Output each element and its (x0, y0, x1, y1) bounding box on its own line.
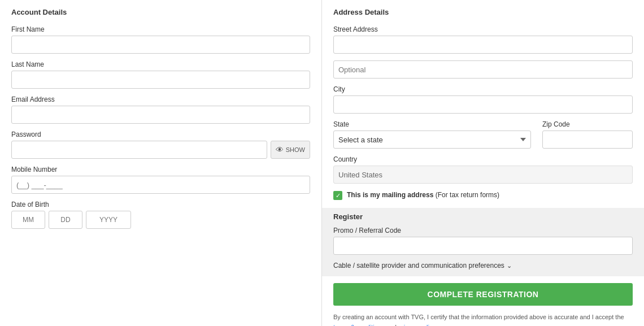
mailing-row: ✓ This is my mailing address (For tax re… (333, 190, 633, 200)
address-section-title: Address Details (333, 8, 633, 19)
mailing-normal-text: (For tax return forms) (433, 191, 499, 199)
mobile-label: Mobile Number (11, 166, 310, 173)
cable-preferences-row[interactable]: Cable / satellite provider and communica… (333, 262, 633, 270)
street-address-group: Street Address (333, 25, 633, 54)
first-name-input[interactable] (11, 36, 310, 54)
privacy-policy-link[interactable]: privacy policy (398, 324, 436, 326)
checkbox-check-icon: ✓ (336, 193, 341, 199)
mobile-group: Mobile Number (11, 166, 310, 194)
street-address2-input[interactable] (333, 60, 633, 79)
email-group: Email Address (11, 95, 310, 124)
register-section-title: Register (333, 212, 633, 221)
mailing-checkbox[interactable]: ✓ (333, 191, 342, 200)
dob-month-input[interactable] (11, 211, 45, 229)
zip-label: Zip Code (542, 120, 633, 128)
dob-label: Date of Birth (11, 201, 310, 208)
city-group: City (333, 85, 633, 114)
password-input[interactable] (11, 141, 267, 159)
state-zip-row: State Select a state Zip Code (333, 120, 633, 155)
first-name-group: First Name (11, 25, 310, 54)
terms-and: and (386, 324, 398, 326)
register-section: Register Promo / Referral Code Cable / s… (322, 208, 644, 276)
last-name-group: Last Name (11, 60, 310, 89)
last-name-label: Last Name (11, 60, 310, 68)
account-section-title: Account Details (11, 8, 310, 19)
terms-conditions-link[interactable]: terms & conditions (333, 324, 384, 326)
cable-preferences-label: Cable / satellite provider and communica… (333, 262, 504, 270)
mailing-bold-text: This is my mailing address (347, 191, 433, 199)
street-address-label: Street Address (333, 25, 633, 33)
email-label: Email Address (11, 95, 310, 103)
terms-text: By creating an account with TVG, I certi… (333, 312, 633, 326)
promo-input[interactable] (333, 237, 633, 255)
complete-registration-button[interactable]: COMPLETE REGISTRATION (333, 283, 633, 306)
chevron-down-icon: ⌄ (507, 262, 512, 270)
street-address2-group (333, 60, 633, 79)
country-label: Country (333, 155, 633, 163)
promo-label: Promo / Referral Code (333, 227, 633, 234)
city-label: City (333, 85, 633, 93)
terms-period: . (437, 324, 439, 326)
account-details-panel: Account Details First Name Last Name Ema… (0, 0, 322, 326)
promo-group: Promo / Referral Code (333, 227, 633, 255)
password-label: Password (11, 131, 310, 138)
email-input[interactable] (11, 106, 310, 124)
first-name-label: First Name (11, 25, 310, 33)
terms-intro: By creating an account with TVG, I certi… (333, 314, 624, 320)
street-address-input[interactable] (333, 36, 633, 54)
password-row: 👁 SHOW (11, 141, 310, 159)
address-section: Address Details Street Address City Stat… (333, 8, 633, 200)
last-name-input[interactable] (11, 71, 310, 89)
password-group: Password 👁 SHOW (11, 131, 310, 159)
state-select[interactable]: Select a state (333, 131, 531, 149)
dob-day-input[interactable] (49, 211, 82, 229)
zip-input[interactable] (542, 131, 633, 149)
dob-year-input[interactable] (86, 211, 131, 229)
mailing-label: This is my mailing address (For tax retu… (347, 190, 499, 200)
mobile-input[interactable] (11, 176, 310, 194)
state-group: State Select a state (333, 120, 531, 149)
zip-group: Zip Code (542, 120, 633, 149)
state-label: State (333, 120, 531, 128)
eye-icon: 👁 (276, 145, 284, 154)
dob-row (11, 211, 310, 229)
show-password-button[interactable]: 👁 SHOW (271, 141, 310, 159)
complete-registration-section: COMPLETE REGISTRATION By creating an acc… (333, 283, 633, 326)
address-details-panel: Address Details Street Address City Stat… (322, 0, 644, 326)
country-group: Country (333, 155, 633, 184)
country-input (333, 166, 633, 184)
dob-group: Date of Birth (11, 201, 310, 229)
city-input[interactable] (333, 95, 633, 114)
show-label: SHOW (286, 146, 305, 153)
